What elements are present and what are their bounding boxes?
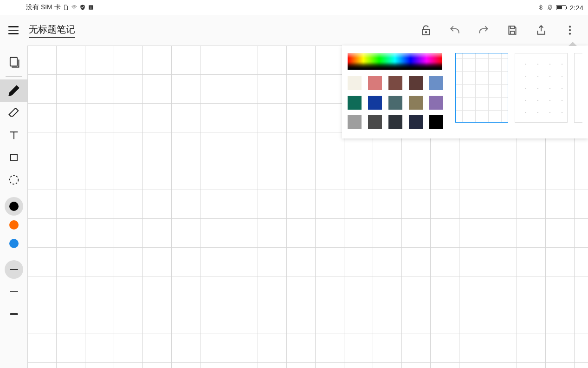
more-vert-icon bbox=[564, 24, 576, 36]
hamburger-icon bbox=[8, 26, 19, 34]
separator bbox=[6, 76, 22, 77]
line-icon bbox=[10, 313, 18, 315]
palette-swatch[interactable] bbox=[388, 96, 402, 110]
color-black[interactable] bbox=[5, 197, 23, 216]
palette-swatch[interactable] bbox=[429, 76, 443, 90]
template-blank[interactable] bbox=[574, 53, 582, 123]
shield-icon bbox=[79, 4, 86, 11]
text-icon bbox=[7, 129, 20, 142]
page-icon bbox=[7, 56, 20, 69]
background-picker-popup bbox=[342, 46, 588, 138]
dot-icon bbox=[9, 220, 19, 230]
wifi-icon bbox=[71, 4, 78, 11]
info-icon bbox=[88, 4, 94, 11]
app-bar: 无标题笔记 bbox=[0, 15, 588, 46]
undo-button[interactable] bbox=[447, 22, 463, 38]
eraser-icon bbox=[7, 106, 20, 119]
save-button[interactable] bbox=[504, 22, 520, 38]
template-section bbox=[455, 53, 582, 131]
svg-point-4 bbox=[426, 32, 427, 33]
note-title[interactable]: 无标题笔记 bbox=[29, 23, 75, 38]
sim-text: 没有 SIM 卡 bbox=[26, 3, 61, 12]
undo-icon bbox=[449, 24, 461, 36]
svg-point-5 bbox=[569, 26, 571, 27]
svg-point-10 bbox=[9, 176, 18, 184]
lock-button[interactable] bbox=[418, 22, 434, 38]
shape-tool[interactable] bbox=[0, 146, 27, 169]
stroke-thick[interactable] bbox=[5, 305, 23, 323]
template-grid[interactable] bbox=[455, 53, 508, 123]
svg-rect-9 bbox=[11, 154, 17, 161]
text-tool[interactable] bbox=[0, 124, 27, 146]
palette-swatch[interactable] bbox=[409, 96, 423, 110]
color-palette bbox=[348, 76, 447, 129]
color-picker-section bbox=[348, 53, 447, 131]
redo-icon bbox=[478, 24, 490, 36]
dot-icon bbox=[9, 202, 19, 211]
svg-point-7 bbox=[569, 33, 571, 34]
line-icon bbox=[10, 291, 18, 293]
svg-point-6 bbox=[569, 29, 571, 31]
palette-swatch[interactable] bbox=[388, 115, 402, 129]
color-blue[interactable] bbox=[5, 234, 23, 253]
color-orange[interactable] bbox=[5, 216, 23, 234]
sim-icon bbox=[63, 4, 69, 11]
palette-swatch[interactable] bbox=[368, 76, 382, 90]
bluetooth-icon bbox=[537, 4, 544, 11]
color-spectrum[interactable] bbox=[348, 53, 442, 70]
palette-swatch[interactable] bbox=[429, 115, 443, 129]
mute-icon bbox=[547, 4, 553, 11]
popup-arrow-icon bbox=[569, 42, 577, 46]
share-icon bbox=[535, 24, 547, 36]
status-time: 2:24 bbox=[570, 4, 583, 12]
pen-icon bbox=[7, 84, 20, 97]
palette-swatch[interactable] bbox=[348, 115, 362, 129]
lasso-icon bbox=[7, 173, 20, 186]
palette-swatch[interactable] bbox=[429, 96, 443, 110]
palette-swatch[interactable] bbox=[388, 76, 402, 90]
svg-rect-2 bbox=[90, 7, 91, 9]
pen-tool[interactable] bbox=[0, 79, 27, 102]
lasso-tool[interactable] bbox=[0, 169, 27, 191]
line-icon bbox=[10, 269, 18, 270]
stroke-thin[interactable] bbox=[5, 260, 23, 279]
battery-icon bbox=[556, 5, 566, 10]
square-icon bbox=[7, 151, 20, 164]
page-tool[interactable] bbox=[0, 51, 27, 73]
palette-swatch[interactable] bbox=[409, 76, 423, 90]
stroke-medium[interactable] bbox=[5, 283, 23, 301]
template-dots[interactable] bbox=[515, 53, 568, 123]
separator bbox=[6, 194, 22, 194]
eraser-tool[interactable] bbox=[0, 102, 27, 124]
palette-swatch[interactable] bbox=[368, 96, 382, 110]
unlock-icon bbox=[420, 24, 432, 36]
palette-swatch[interactable] bbox=[368, 115, 382, 129]
palette-swatch[interactable] bbox=[348, 76, 362, 90]
palette-swatch[interactable] bbox=[348, 96, 362, 110]
tool-sidebar bbox=[0, 46, 27, 368]
save-icon bbox=[506, 24, 518, 36]
status-left: 没有 SIM 卡 bbox=[5, 3, 94, 12]
more-button[interactable] bbox=[562, 22, 578, 38]
status-bar: 没有 SIM 卡 2:24 bbox=[0, 0, 588, 15]
status-right: 2:24 bbox=[537, 4, 583, 12]
svg-rect-1 bbox=[90, 6, 91, 7]
svg-rect-8 bbox=[10, 58, 17, 66]
redo-button[interactable] bbox=[476, 22, 491, 38]
dot-icon bbox=[9, 239, 19, 248]
share-button[interactable] bbox=[533, 22, 549, 38]
top-actions bbox=[418, 22, 578, 38]
menu-button[interactable] bbox=[5, 21, 22, 39]
palette-swatch[interactable] bbox=[409, 115, 423, 129]
